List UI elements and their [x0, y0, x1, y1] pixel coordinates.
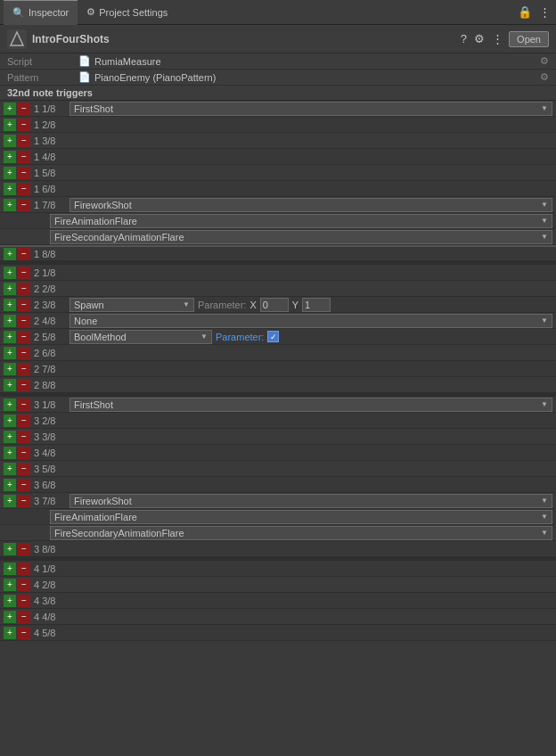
minus-button-2-8-8[interactable]: −: [18, 379, 30, 391]
bool-row: BoolMethod ▼ Parameter: ✓: [70, 330, 552, 344]
minus-button-4-3-8[interactable]: −: [18, 595, 30, 607]
sub-dropdown-row-firesecondary: FireSecondaryAnimationFlare ▼: [0, 229, 556, 245]
minus-button-2-2-8[interactable]: −: [18, 283, 30, 295]
tab-inspector-label: Inspector: [29, 7, 69, 18]
dropdown-3-7-8[interactable]: FireworkShot ▼: [70, 494, 552, 508]
plus-button-1-2-8[interactable]: +: [4, 119, 16, 131]
dropdown-3-1-8[interactable]: FirstShot ▼: [70, 398, 552, 412]
dropdown-2-4-8[interactable]: None ▼: [70, 314, 552, 328]
plus-button-2-8-8[interactable]: +: [4, 379, 16, 391]
minus-button-1-1-8[interactable]: −: [18, 103, 30, 115]
minus-button-1-3-8[interactable]: −: [18, 135, 30, 147]
note-label-4-4-8: 4 4/8: [34, 612, 70, 622]
dropdown-fireanim[interactable]: FireAnimationFlare ▼: [50, 214, 552, 228]
plus-button-3-6-8[interactable]: +: [4, 479, 16, 491]
minus-button-1-4-8[interactable]: −: [18, 151, 30, 163]
pattern-cog-icon[interactable]: ⚙: [540, 71, 549, 83]
plus-button-3-7-8[interactable]: +: [4, 495, 16, 507]
minus-button-1-2-8[interactable]: −: [18, 119, 30, 131]
plus-button-3-8-8[interactable]: +: [4, 543, 16, 555]
plus-button-2-2-8[interactable]: +: [4, 283, 16, 295]
plus-button-4-5-8[interactable]: +: [4, 627, 16, 639]
more-button[interactable]: ⋮: [537, 4, 552, 21]
minus-button-1-7-8[interactable]: −: [18, 199, 30, 211]
plus-button-1-6-8[interactable]: +: [4, 183, 16, 195]
note-row-3-2-8: + − 3 2/8: [0, 413, 556, 429]
note-label-4-2-8: 4 2/8: [34, 579, 70, 590]
lock-button[interactable]: 🔒: [516, 4, 534, 21]
note-row-1-6-8: + − 1 6/8: [0, 181, 556, 197]
dropdown-1-1-8[interactable]: FirstShot ▼: [70, 102, 552, 116]
note-label-1-7-8: 1 7/8: [34, 200, 70, 210]
plus-button-1-4-8[interactable]: +: [4, 151, 16, 163]
script-cog-icon[interactable]: ⚙: [540, 55, 549, 67]
spawn-dropdown[interactable]: Spawn ▼: [70, 298, 194, 312]
plus-button-4-3-8[interactable]: +: [4, 595, 16, 607]
dropdown-firesecondary[interactable]: FireSecondaryAnimationFlare ▼: [50, 230, 552, 244]
plus-button-3-1-8[interactable]: +: [4, 399, 16, 411]
plus-button-2-7-8[interactable]: +: [4, 363, 16, 375]
plus-button-1-7-8[interactable]: +: [4, 199, 16, 211]
minus-button-4-5-8[interactable]: −: [18, 627, 30, 639]
dropdown-fireanim-3[interactable]: FireAnimationFlare ▼: [50, 510, 552, 524]
minus-button-4-4-8[interactable]: −: [18, 611, 30, 623]
bool-checkbox[interactable]: ✓: [267, 331, 279, 342]
tab-inspector[interactable]: 🔍 Inspector: [4, 0, 78, 25]
note-label-2-2-8: 2 2/8: [34, 284, 70, 294]
plus-button-1-3-8[interactable]: +: [4, 135, 16, 147]
minus-button-1-6-8[interactable]: −: [18, 183, 30, 195]
dropdown-firesecondary-3[interactable]: FireSecondaryAnimationFlare ▼: [50, 526, 552, 540]
minus-button-4-2-8[interactable]: −: [18, 579, 30, 591]
plus-button-1-1-8[interactable]: +: [4, 103, 16, 115]
spawn-x-label: X: [249, 300, 256, 310]
header-settings-button[interactable]: ⚙: [472, 30, 487, 47]
minus-button-3-6-8[interactable]: −: [18, 479, 30, 491]
pattern-value: PianoEnemy (PianoPattern): [94, 72, 216, 83]
note-label-4-3-8: 4 3/8: [34, 596, 70, 606]
bool-dropdown[interactable]: BoolMethod ▼: [70, 330, 212, 344]
minus-button-2-4-8[interactable]: −: [18, 315, 30, 327]
minus-button-2-5-8[interactable]: −: [18, 331, 30, 343]
plus-button-4-1-8[interactable]: +: [4, 563, 16, 575]
plus-button-2-4-8[interactable]: +: [4, 315, 16, 327]
minus-button-2-1-8[interactable]: −: [18, 267, 30, 279]
minus-button-3-4-8[interactable]: −: [18, 447, 30, 459]
minus-button-3-5-8[interactable]: −: [18, 463, 30, 475]
plus-button-2-5-8[interactable]: +: [4, 331, 16, 343]
plus-button-2-6-8[interactable]: +: [4, 347, 16, 359]
minus-button-1-5-8[interactable]: −: [18, 167, 30, 179]
help-button[interactable]: ?: [459, 30, 469, 47]
plus-button-3-4-8[interactable]: +: [4, 447, 16, 459]
plus-button-3-3-8[interactable]: +: [4, 431, 16, 443]
minus-button-1-8-8[interactable]: −: [18, 248, 30, 260]
minus-button-3-8-8[interactable]: −: [18, 543, 30, 555]
dropdown-1-7-8[interactable]: FireworkShot ▼: [70, 198, 552, 212]
minus-button-3-2-8[interactable]: −: [18, 415, 30, 427]
note-row-2-5-8: + − 2 5/8 BoolMethod ▼ Parameter: ✓: [0, 329, 556, 345]
tab-project-settings[interactable]: ⚙ Project Settings: [78, 0, 176, 25]
minus-button-3-1-8[interactable]: −: [18, 399, 30, 411]
plus-button-2-1-8[interactable]: +: [4, 267, 16, 279]
note-row-2-8-8: + − 2 8/8: [0, 377, 556, 393]
plus-button-1-5-8[interactable]: +: [4, 167, 16, 179]
minus-button-4-1-8[interactable]: −: [18, 563, 30, 575]
minus-button-2-3-8[interactable]: −: [18, 299, 30, 311]
plus-button-2-3-8[interactable]: +: [4, 299, 16, 311]
spawn-x-input[interactable]: [260, 298, 289, 312]
note-row-3-7-8: + − 3 7/8 FireworkShot ▼: [0, 493, 556, 509]
plus-button-4-2-8[interactable]: +: [4, 579, 16, 591]
minus-button-2-7-8[interactable]: −: [18, 363, 30, 375]
minus-button-3-7-8[interactable]: −: [18, 495, 30, 507]
plus-button-4-4-8[interactable]: +: [4, 611, 16, 623]
overflow-button[interactable]: ⋮: [490, 30, 505, 47]
minus-button-3-3-8[interactable]: −: [18, 431, 30, 443]
minus-button-2-6-8[interactable]: −: [18, 347, 30, 359]
plus-button-3-2-8[interactable]: +: [4, 415, 16, 427]
plus-button-1-8-8[interactable]: +: [4, 248, 16, 260]
script-file-icon: 📄: [78, 55, 91, 67]
note-row-2-1-8: + − 2 1/8: [0, 265, 556, 281]
plus-button-3-5-8[interactable]: +: [4, 463, 16, 475]
open-button[interactable]: Open: [509, 31, 549, 47]
spawn-y-input[interactable]: [302, 298, 331, 312]
content-area[interactable]: + − 1 1/8 FirstShot ▼ + − 1 2/8 + − 1 3/…: [0, 101, 556, 755]
